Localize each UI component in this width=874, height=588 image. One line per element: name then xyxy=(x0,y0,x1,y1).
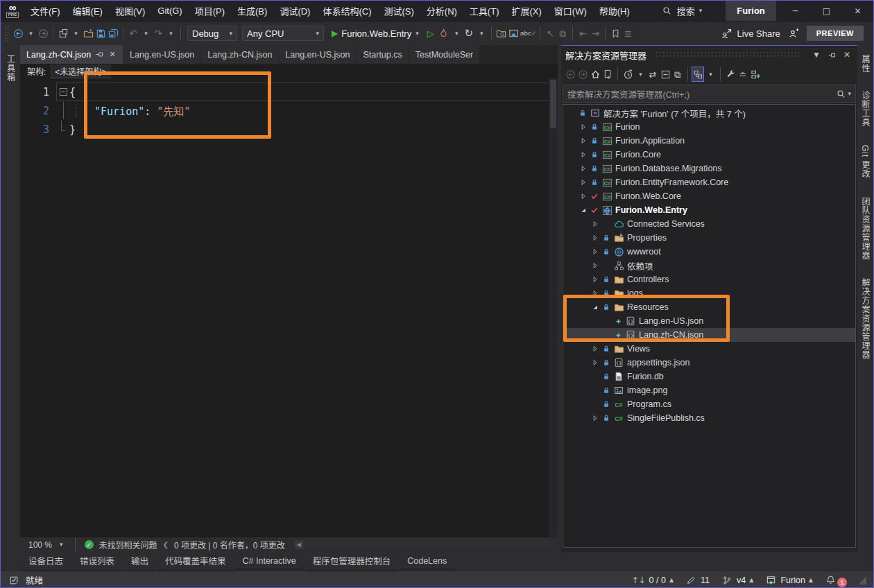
zoom-control[interactable]: 100 % ▾ xyxy=(26,540,66,550)
fold-margin[interactable] xyxy=(57,121,69,138)
indent-icon[interactable]: ⇥ xyxy=(589,26,601,41)
bottom-tab[interactable]: 程序包管理器控制台 xyxy=(306,551,398,571)
code-line[interactable]: 1−{ xyxy=(20,83,558,101)
menu-item[interactable]: 编辑(E) xyxy=(67,1,109,21)
minimize-button[interactable]: ─ xyxy=(780,1,811,21)
chevron-down-icon[interactable]: ▾ xyxy=(450,26,463,41)
resize-grip[interactable] xyxy=(858,576,866,585)
code-line[interactable]: 3} xyxy=(20,120,558,139)
expander-collapsed-icon[interactable] xyxy=(590,248,601,256)
chevron-down-icon[interactable]: ▾ xyxy=(634,67,646,82)
menu-item[interactable]: 视图(V) xyxy=(109,1,151,21)
chevron-down-icon[interactable]: ▾ xyxy=(69,26,82,41)
seback-icon[interactable] xyxy=(564,67,576,82)
maximize-button[interactable]: □ xyxy=(811,1,842,21)
navfwd-icon[interactable] xyxy=(37,26,49,41)
bottom-tab[interactable]: 设备日志 xyxy=(22,551,70,571)
findfolder-icon[interactable] xyxy=(495,26,508,41)
menu-item[interactable]: 分析(N) xyxy=(420,1,463,21)
fold-margin[interactable]: − xyxy=(57,83,69,101)
side-tab-toolbox[interactable]: 工具箱 xyxy=(3,51,18,86)
expander-collapsed-icon[interactable] xyxy=(578,164,589,173)
side-tab[interactable]: 属性 xyxy=(858,51,873,77)
editor-tab[interactable]: Lang.zh-CN.json xyxy=(201,45,278,64)
pin-icon[interactable] xyxy=(95,50,104,60)
sync-commits-button[interactable]: ↑↓0 / 0▲ xyxy=(631,576,674,585)
openfolder-icon[interactable] xyxy=(82,26,94,41)
newwin-icon[interactable] xyxy=(57,26,69,41)
platform-select[interactable]: Any CPU▾ xyxy=(242,26,324,41)
menu-item[interactable]: Git(G) xyxy=(151,1,188,21)
sefwd-icon[interactable] xyxy=(576,67,589,82)
expander-collapsed-icon[interactable] xyxy=(590,261,601,270)
tree-row[interactable]: Properties xyxy=(563,231,855,245)
tree-row[interactable]: C#Furion.Database.Migrations xyxy=(563,162,855,175)
close-panel-icon[interactable]: ✕ xyxy=(841,47,853,62)
side-tab[interactable]: 团队资源管理器 xyxy=(858,193,873,264)
menu-item[interactable]: 扩展(X) xyxy=(505,1,547,21)
panel-drag-handle[interactable] xyxy=(655,52,802,58)
bookmark-icon[interactable] xyxy=(609,26,622,41)
tree-row[interactable]: Resources xyxy=(563,300,855,314)
expander-collapsed-icon[interactable] xyxy=(590,275,601,284)
homedoc-icon[interactable] xyxy=(508,26,520,41)
start-debugging-button[interactable]: ▶ Furion.Web.Entry ▾ xyxy=(327,25,424,42)
expander-collapsed-icon[interactable] xyxy=(578,150,589,159)
editor-tab[interactable]: Lang.en-US.json xyxy=(279,45,356,64)
start-without-debugging-button[interactable]: ▷ xyxy=(425,26,437,41)
cursor-icon[interactable]: ↖ xyxy=(544,26,556,41)
editor-tab[interactable]: Lang.en-US.json xyxy=(123,45,200,64)
tree-row[interactable]: C#Furion xyxy=(563,120,855,134)
expander-collapsed-icon[interactable] xyxy=(590,358,601,367)
menu-item[interactable]: 生成(B) xyxy=(231,1,273,21)
tree-row[interactable]: image.png xyxy=(563,383,855,397)
expander-collapsed-icon[interactable] xyxy=(590,414,601,422)
tree-row[interactable]: 依赖项 xyxy=(563,259,855,273)
secollapse-icon[interactable] xyxy=(659,67,671,82)
tree-row[interactable]: {}Lang.zh-CN.json xyxy=(563,328,855,342)
tree-row[interactable]: Furion.Web.Entry xyxy=(563,203,855,217)
code-editor[interactable]: 1−{2"Furion": "先知"3} xyxy=(20,78,558,537)
menu-item[interactable]: 工具(T) xyxy=(463,1,506,21)
seswitch-icon[interactable] xyxy=(601,67,614,82)
bottom-tab[interactable]: 输出 xyxy=(124,551,155,571)
secopy-icon[interactable]: ⧉ xyxy=(671,67,684,82)
configuration-select[interactable]: Debug▾ xyxy=(187,26,237,41)
close-tab-icon[interactable]: ✕ xyxy=(108,50,117,60)
expander-collapsed-icon[interactable] xyxy=(590,289,601,297)
tree-row[interactable]: Connected Services xyxy=(563,217,855,231)
chevron-down-icon[interactable]: ▾ xyxy=(24,26,37,41)
menu-item[interactable]: 窗口(W) xyxy=(548,1,593,21)
side-tab[interactable]: 诊断工具 xyxy=(858,87,873,131)
spell-icon[interactable]: abc✓ xyxy=(520,26,537,41)
chevron-down-icon[interactable]: ▾ xyxy=(475,26,488,41)
notifications-button[interactable]: 1 xyxy=(824,573,847,588)
tree-row[interactable]: 解决方案 'Furion' (7 个项目，共 7 个) xyxy=(563,106,855,120)
close-button[interactable]: ✕ xyxy=(842,1,873,21)
copytree-icon[interactable]: ⧉ xyxy=(556,26,569,41)
save-icon[interactable] xyxy=(94,26,107,41)
bottom-tab[interactable]: C# Interactive xyxy=(236,553,303,570)
tree-row[interactable]: C#SingleFilePublish.cs xyxy=(563,411,855,425)
tree-row[interactable]: logs xyxy=(563,286,855,300)
menu-item[interactable]: 测试(S) xyxy=(377,1,420,21)
flame-icon[interactable] xyxy=(438,26,450,41)
tree-row[interactable]: C#Furion.Application xyxy=(563,134,855,148)
navback-icon[interactable] xyxy=(12,26,24,41)
bottom-tab[interactable]: 错误列表 xyxy=(73,551,121,571)
expander-expanded-icon[interactable] xyxy=(590,303,601,311)
seclock-icon[interactable] xyxy=(622,67,634,82)
sewrench-icon[interactable] xyxy=(724,67,737,82)
live-share-button[interactable]: Live Share xyxy=(721,26,780,41)
expander-collapsed-icon[interactable] xyxy=(590,220,601,228)
toolbar-grip[interactable] xyxy=(5,26,9,41)
window-position-icon[interactable]: ▼ xyxy=(810,47,823,62)
listdots-icon[interactable]: ≣ xyxy=(622,26,634,41)
expander-collapsed-icon[interactable] xyxy=(578,123,589,131)
architecture-select[interactable]: <未选择架构> xyxy=(50,64,111,78)
background-tasks-icon[interactable] xyxy=(8,573,20,588)
tree-row[interactable]: C#Furion.Web.Core xyxy=(563,189,855,203)
seadd-icon[interactable] xyxy=(749,67,762,82)
chevron-down-icon[interactable]: ▾ xyxy=(139,26,152,41)
fold-collapse-icon[interactable]: − xyxy=(60,88,67,96)
